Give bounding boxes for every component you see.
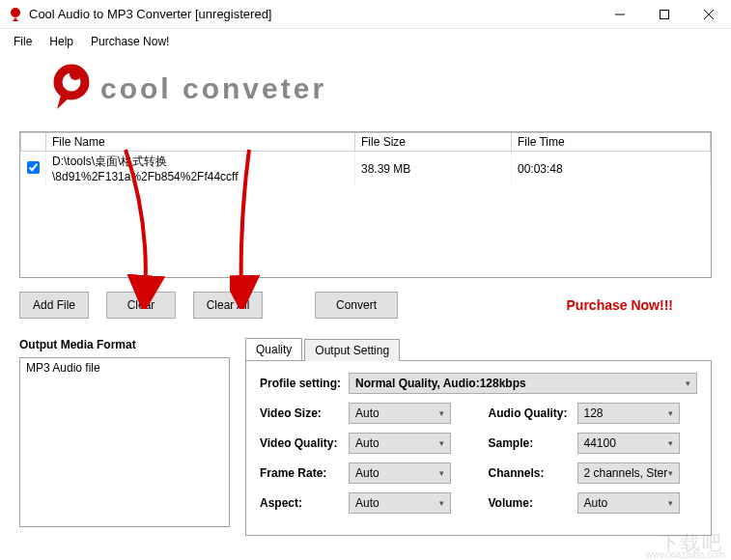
tab-header: Quality Output Setting (245, 338, 712, 360)
menu-purchase[interactable]: Purchase Now! (83, 31, 177, 52)
titlebar: Cool Audio to MP3 Converter [unregistere… (0, 0, 731, 29)
video-size-value: Auto (355, 406, 380, 420)
video-quality-value: Auto (355, 436, 380, 450)
audio-quality-value: 128 (584, 406, 604, 420)
cell-filetime: 00:03:48 (512, 152, 711, 186)
chevron-down-icon: ▾ (439, 468, 444, 478)
profile-select[interactable]: Normal Quality, Audio:128kbps ▾ (349, 373, 697, 394)
video-quality-label: Video Quality: (260, 436, 349, 450)
logo-area: cool conveter (0, 54, 731, 124)
sample-value: 44100 (584, 436, 616, 450)
tab-output-setting[interactable]: Output Setting (304, 339, 400, 361)
chevron-down-icon: ▾ (439, 498, 444, 508)
settings-panel: Quality Output Setting Profile setting: … (245, 338, 712, 536)
menubar: File Help Purchase Now! (0, 29, 731, 54)
header-filetime[interactable]: File Time (512, 133, 711, 152)
clear-all-button[interactable]: Clear All (193, 292, 263, 319)
logo-icon (42, 63, 95, 115)
volume-value: Auto (584, 496, 608, 510)
cell-filename: D:\tools\桌面\格式转换\8d91%2F131a%2Fb854%2Ff4… (46, 152, 355, 186)
menu-file[interactable]: File (6, 31, 40, 52)
maximize-button[interactable] (642, 0, 687, 29)
channels-label: Channels: (489, 466, 577, 480)
menu-help[interactable]: Help (42, 31, 81, 52)
header-filesize[interactable]: File Size (355, 133, 512, 152)
volume-label: Volume: (489, 496, 577, 510)
aspect-value: Auto (355, 496, 380, 510)
tab-body: Profile setting: Normal Quality, Audio:1… (245, 360, 712, 536)
watermark-url: www.xiazaiba.com (646, 549, 725, 560)
file-table: File Name File Size File Time D:\tools\桌… (19, 131, 712, 278)
table-row[interactable]: D:\tools\桌面\格式转换\8d91%2F131a%2Fb854%2Ff4… (21, 152, 711, 186)
close-button[interactable] (687, 0, 731, 29)
channels-value: 2 channels, Ster (584, 466, 668, 480)
lower-panels: Output Media Format MP3 Audio file Quali… (19, 338, 712, 536)
clear-button[interactable]: Clear (106, 292, 176, 319)
svg-point-6 (70, 69, 81, 80)
app-icon (8, 7, 23, 22)
frame-rate-label: Frame Rate: (260, 466, 349, 480)
format-panel-title: Output Media Format (19, 338, 230, 351)
aspect-label: Aspect: (260, 496, 349, 510)
chevron-down-icon: ▾ (668, 498, 673, 508)
logo-text: cool conveter (100, 72, 326, 105)
format-panel: Output Media Format MP3 Audio file (19, 338, 230, 536)
chevron-down-icon: ▾ (668, 468, 673, 478)
profile-value: Normal Quality, Audio:128kbps (355, 377, 526, 390)
format-list-item[interactable]: MP3 Audio file (20, 358, 229, 378)
chevron-down-icon: ▾ (668, 438, 673, 448)
minimize-button[interactable] (598, 0, 642, 29)
add-file-button[interactable]: Add File (19, 292, 89, 319)
video-size-select[interactable]: Auto▾ (349, 403, 451, 424)
profile-label: Profile setting: (260, 377, 349, 390)
button-row: Add File Clear Clear All Convert Purchas… (19, 292, 712, 319)
header-filename[interactable]: File Name (46, 133, 355, 152)
tab-quality[interactable]: Quality (245, 338, 302, 360)
channels-select[interactable]: 2 channels, Ster▾ (577, 462, 680, 484)
purchase-now-link[interactable]: Purchase Now!!! (567, 297, 712, 313)
header-check[interactable] (21, 133, 46, 152)
volume-select[interactable]: Auto▾ (577, 492, 680, 514)
svg-point-0 (11, 8, 20, 17)
frame-rate-value: Auto (355, 466, 380, 480)
audio-quality-select[interactable]: 128▾ (577, 403, 680, 424)
table-header-row: File Name File Size File Time (21, 133, 711, 152)
chevron-down-icon: ▾ (439, 438, 444, 448)
convert-button[interactable]: Convert (315, 292, 398, 319)
video-size-label: Video Size: (260, 406, 349, 420)
aspect-select[interactable]: Auto▾ (349, 492, 451, 514)
sample-select[interactable]: 44100▾ (577, 433, 680, 454)
format-list[interactable]: MP3 Audio file (19, 357, 230, 527)
chevron-down-icon: ▾ (686, 378, 690, 388)
audio-quality-label: Audio Quality: (489, 406, 577, 420)
chevron-down-icon: ▾ (439, 408, 444, 418)
sample-label: Sample: (489, 436, 577, 450)
svg-rect-2 (661, 10, 669, 18)
video-quality-select[interactable]: Auto▾ (349, 433, 451, 454)
frame-rate-select[interactable]: Auto▾ (349, 462, 451, 484)
window-title: Cool Audio to MP3 Converter [unregistere… (29, 7, 598, 21)
row-checkbox[interactable] (27, 161, 40, 174)
chevron-down-icon: ▾ (668, 408, 673, 418)
cell-filesize: 38.39 MB (355, 152, 512, 186)
